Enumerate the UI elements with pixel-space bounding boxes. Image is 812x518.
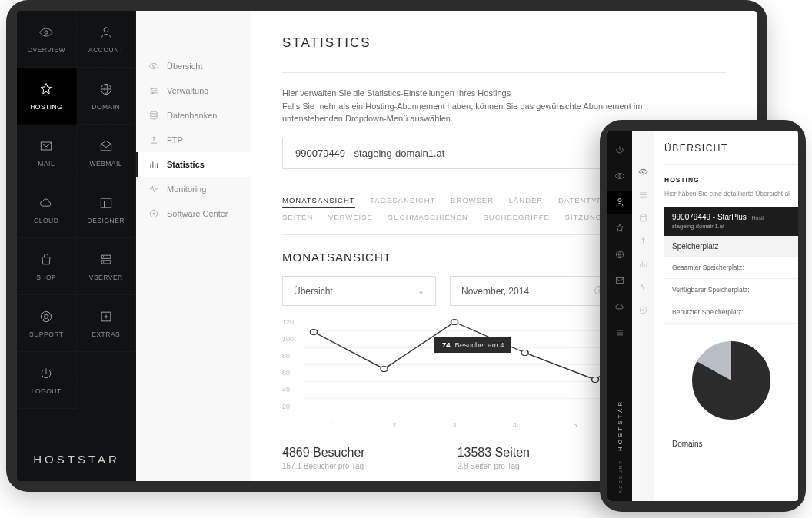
tab-tagesansicht[interactable]: TAGESANSICHT	[370, 196, 435, 204]
nav-label: WEBMAIL	[89, 160, 122, 168]
intro-text: Hier verwalten Sie die Statistics-Einste…	[282, 87, 651, 125]
subnav-db[interactable]: Datenbanken	[136, 103, 251, 128]
phone-nav-overview[interactable]	[607, 164, 632, 188]
nav-label: LOGOUT	[32, 387, 62, 395]
tab-suchbegriffe[interactable]: SUCHBEGRIFFE	[483, 213, 549, 221]
phone-subnav-ftp[interactable]	[632, 231, 654, 251]
month-select[interactable]: November, 2014 ⓘ	[450, 276, 619, 306]
tab-seiten[interactable]: SEITEN	[282, 213, 313, 221]
subnav-label: Übersicht	[167, 61, 202, 71]
phone-rows: Gesamter Speicherplatz: Verfügbarer Spei…	[664, 257, 798, 324]
phone-card-id: 990079449 - StarPlus	[672, 213, 747, 221]
y-axis: 12010080604020	[282, 314, 294, 415]
plus-grid-icon	[98, 309, 114, 324]
eye-icon	[638, 167, 648, 177]
nav-overview[interactable]: OVERVIEW	[17, 11, 77, 68]
select-value: Übersicht	[294, 286, 333, 297]
tab-monatsansicht[interactable]: MONATSANSICHT	[282, 196, 355, 208]
nav-account[interactable]: ACCOUNT	[77, 11, 137, 68]
nav-designer[interactable]: DESIGNER	[77, 181, 137, 238]
pie-chart	[664, 324, 798, 433]
menu-icon	[614, 327, 625, 338]
nav-support[interactable]: SUPPORT	[17, 295, 77, 352]
svg-point-0	[45, 30, 48, 33]
eye-icon	[148, 61, 159, 71]
subnav-overview[interactable]: Übersicht	[136, 54, 251, 78]
nav-label: ACCOUNT	[88, 46, 124, 54]
account-select[interactable]: 990079449 - stageing-domain1.at	[282, 138, 605, 169]
subnav-statistics[interactable]: Statistics	[136, 152, 251, 177]
tab-laender[interactable]: LÄNDER	[509, 196, 544, 204]
nav-shop[interactable]: SHOP	[17, 238, 77, 295]
chevron-down-icon: ⌄	[418, 286, 424, 296]
nav-label: SUPPORT	[29, 330, 63, 338]
phone-nav-hosting[interactable]	[607, 217, 632, 240]
phone-nav-account[interactable]	[607, 191, 632, 214]
row-total-storage: Gesamter Speicherplatz:	[664, 257, 798, 279]
chart-tooltip: 74 Besucher am 4	[434, 337, 511, 353]
nav-extras[interactable]: EXTRAS	[77, 295, 137, 352]
metric-select[interactable]: Übersicht ⌄	[282, 276, 436, 306]
intro-line: Hier verwalten Sie die Statistics-Einste…	[282, 88, 511, 98]
globe-icon	[98, 81, 114, 97]
nav-label: SHOP	[36, 274, 56, 281]
phone-subnav-admin[interactable]	[632, 184, 654, 204]
tab-browser[interactable]: BROWSER	[451, 196, 494, 204]
nav-cloud[interactable]: CLOUD	[17, 181, 77, 238]
sliders-icon	[148, 85, 159, 96]
phone-next-section[interactable]: Domains	[664, 433, 798, 454]
subnav-monitoring[interactable]: Monitoring	[136, 177, 251, 201]
nav-mail[interactable]: MAIL	[17, 125, 77, 181]
lifebuoy-icon	[38, 309, 54, 324]
nav-label: OVERVIEW	[27, 46, 65, 54]
cloud-icon	[614, 301, 625, 312]
phone-brand-label: HOSTSTAR	[617, 400, 624, 451]
database-icon	[148, 110, 159, 121]
phone-card-header[interactable]: 990079449 - StarPlus Hosti stageing-doma…	[664, 207, 798, 236]
phone-subnav-monitoring[interactable]	[632, 277, 654, 297]
user-icon	[98, 25, 114, 40]
phone-desc: Hier haben Sie eine detaillierte Übersic…	[664, 190, 798, 198]
phone-nav-more[interactable]	[607, 321, 632, 344]
cloud-icon	[38, 195, 54, 211]
nav-hosting[interactable]: HOSTING	[17, 68, 77, 125]
phone-subnav-software[interactable]	[632, 300, 654, 320]
phone-subnav-stats[interactable]	[632, 254, 654, 274]
tab-verweise[interactable]: VERWEISE	[328, 213, 373, 221]
phone-nav-domain[interactable]	[607, 243, 632, 266]
svg-point-20	[381, 367, 388, 372]
svg-point-19	[310, 330, 317, 335]
activity-icon	[638, 282, 648, 292]
nav-vserver[interactable]: VSERVER	[77, 238, 137, 295]
select-value: November, 2014	[461, 286, 529, 297]
phone-nav-power[interactable]	[607, 138, 632, 161]
nav-label: VSERVER	[89, 274, 123, 281]
nav-logout[interactable]: LOGOUT	[17, 352, 77, 409]
phone-subnav-overview[interactable]	[632, 161, 654, 181]
nav-domain[interactable]: DOMAIN	[77, 68, 137, 125]
bag-icon	[38, 252, 54, 267]
mail-icon	[38, 138, 54, 154]
stat-sub: 157.1 Besucher pro Tag	[282, 462, 365, 470]
tab-suchmaschinen[interactable]: SUCHMASCHIENEN	[388, 213, 468, 221]
phone-nav-mail[interactable]	[607, 269, 632, 292]
nav-webmail[interactable]: WEBMAIL	[77, 125, 137, 181]
phone-nav-cloud[interactable]	[607, 295, 632, 318]
svg-rect-3	[42, 142, 52, 150]
phone-sub-nav	[632, 131, 654, 501]
svg-point-17	[150, 210, 157, 217]
stat-value: 4869 Besucher	[282, 446, 365, 460]
svg-point-30	[642, 171, 644, 173]
user-icon	[614, 197, 625, 208]
svg-point-26	[619, 175, 621, 178]
phone-subnav-db[interactable]	[632, 208, 654, 227]
subnav-software[interactable]: Software Center	[136, 201, 251, 226]
stat-visitors: 4869 Besucher 157.1 Besucher pro Tag	[282, 446, 365, 470]
tooltip-label: Besucher am 4	[455, 340, 504, 349]
power-icon	[38, 366, 54, 381]
star-icon	[614, 223, 625, 234]
star-icon	[38, 81, 54, 97]
svg-point-32	[640, 307, 647, 314]
subnav-ftp[interactable]: FTP	[136, 128, 251, 152]
subnav-admin[interactable]: Verwaltung	[136, 78, 251, 103]
